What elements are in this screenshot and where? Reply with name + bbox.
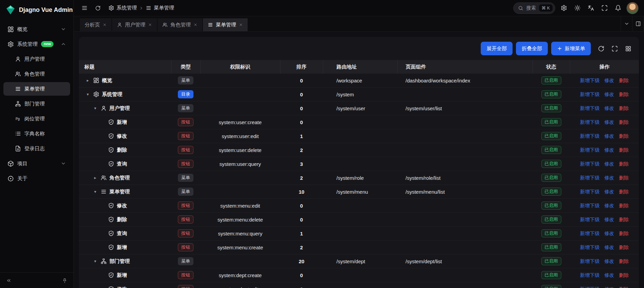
table-columns-button[interactable] — [622, 42, 634, 55]
op-delete[interactable]: 删除 — [619, 203, 629, 208]
column-header-sort[interactable]: 排序 — [280, 60, 323, 74]
breadcrumb-item[interactable]: 菜单管理 — [146, 5, 174, 11]
tree-toggle[interactable]: ▾ — [92, 189, 99, 194]
op-edit[interactable]: 修改 — [604, 105, 614, 111]
op-delete[interactable]: 删除 — [619, 258, 629, 264]
column-header-title[interactable]: 标题 — [79, 60, 171, 74]
op-delete[interactable]: 删除 — [619, 119, 629, 125]
op-edit[interactable]: 修改 — [604, 217, 614, 222]
search-input[interactable]: 搜索 ⌘ K — [513, 2, 555, 14]
sidebar-pin-button[interactable] — [59, 275, 70, 286]
tab-user[interactable]: 用户管理 — [112, 18, 157, 31]
tab-menu[interactable]: 菜单管理 — [203, 18, 248, 31]
fullscreen-button[interactable] — [599, 2, 610, 14]
sidebar-item-system[interactable]: 系统管理new — [3, 37, 70, 51]
table-refresh-button[interactable] — [595, 42, 607, 55]
tree-toggle[interactable]: ▾ — [92, 106, 99, 111]
op-edit[interactable]: 修改 — [604, 133, 614, 139]
op-edit[interactable]: 修改 — [604, 245, 614, 250]
sidebar-toggle-button[interactable] — [79, 2, 90, 14]
tab-close-icon[interactable] — [103, 23, 107, 27]
op-add-child[interactable]: 新增下级 — [580, 175, 600, 180]
op-edit[interactable]: 修改 — [604, 272, 614, 278]
column-header-perm[interactable]: 权限标识 — [200, 60, 280, 74]
tree-toggle[interactable]: ▸ — [84, 78, 91, 83]
op-edit[interactable]: 修改 — [604, 119, 614, 125]
tree-toggle[interactable]: ▾ — [84, 92, 91, 97]
op-add-child[interactable]: 新增下级 — [580, 272, 600, 278]
column-header-status[interactable]: 状态 — [533, 60, 570, 74]
op-add-child[interactable]: 新增下级 — [580, 78, 600, 83]
op-add-child[interactable]: 新增下级 — [580, 286, 600, 288]
op-delete[interactable]: 删除 — [619, 217, 629, 222]
tree-toggle[interactable]: ▾ — [92, 259, 99, 264]
column-header-route[interactable]: 路由地址 — [323, 60, 397, 74]
tab-close-icon[interactable] — [148, 23, 152, 27]
table-fullscreen-button[interactable] — [608, 42, 621, 55]
tab-role[interactable]: 角色管理 — [158, 18, 202, 31]
sidebar-item-project[interactable]: 项目 — [3, 157, 70, 170]
page-refresh-button[interactable] — [92, 2, 104, 14]
settings-button[interactable] — [558, 2, 569, 14]
op-edit[interactable]: 修改 — [604, 189, 614, 194]
op-delete[interactable]: 删除 — [619, 286, 629, 288]
sidebar-item-overview[interactable]: 概览 — [3, 22, 70, 36]
op-edit[interactable]: 修改 — [604, 92, 614, 97]
column-header-type[interactable]: 类型 — [171, 60, 200, 74]
column-header-ops[interactable]: 操作 — [570, 60, 639, 74]
op-delete[interactable]: 删除 — [619, 78, 629, 83]
tab-close-icon[interactable] — [239, 23, 243, 27]
op-delete[interactable]: 删除 — [619, 231, 629, 236]
op-add-child[interactable]: 新增下级 — [580, 189, 600, 194]
language-button[interactable] — [585, 2, 597, 14]
tree-toggle[interactable]: ▸ — [92, 175, 99, 180]
expand-all-button[interactable]: 展开全部 — [481, 42, 513, 55]
tab-dropdown-button[interactable] — [621, 16, 632, 31]
op-add-child[interactable]: 新增下级 — [580, 217, 600, 222]
sidebar-item-menu[interactable]: 菜单管理 — [3, 82, 70, 96]
sidebar-item-role[interactable]: 角色管理 — [3, 67, 70, 81]
op-delete[interactable]: 删除 — [619, 161, 629, 167]
notifications-button[interactable] — [612, 2, 624, 14]
collapse-all-button[interactable]: 折叠全部 — [516, 42, 548, 55]
op-delete[interactable]: 删除 — [619, 175, 629, 180]
op-delete[interactable]: 删除 — [619, 245, 629, 250]
op-delete[interactable]: 删除 — [619, 189, 629, 194]
op-add-child[interactable]: 新增下级 — [580, 147, 600, 153]
sidebar-collapse-button[interactable] — [3, 275, 14, 286]
sidebar-item-dept[interactable]: 部门管理 — [3, 97, 70, 111]
op-edit[interactable]: 修改 — [604, 161, 614, 167]
tab-panel-button[interactable] — [632, 16, 644, 31]
op-add-child[interactable]: 新增下级 — [580, 161, 600, 167]
op-add-child[interactable]: 新增下级 — [580, 203, 600, 208]
op-delete[interactable]: 删除 — [619, 92, 629, 97]
sidebar-item-dict[interactable]: 字典名称 — [3, 127, 70, 140]
op-add-child[interactable]: 新增下级 — [580, 133, 600, 139]
tab-analysis[interactable]: 分析页 — [80, 18, 111, 31]
op-edit[interactable]: 修改 — [604, 258, 614, 264]
op-add-child[interactable]: 新增下级 — [580, 119, 600, 125]
sidebar-item-about[interactable]: 关于 — [3, 172, 70, 185]
op-delete[interactable]: 删除 — [619, 105, 629, 111]
op-add-child[interactable]: 新增下级 — [580, 245, 600, 250]
op-edit[interactable]: 修改 — [604, 175, 614, 180]
sidebar-item-post[interactable]: Pg岗位管理 — [3, 112, 70, 126]
column-header-comp[interactable]: 页面组件 — [397, 60, 533, 74]
user-avatar[interactable] — [626, 2, 639, 14]
tab-close-icon[interactable] — [193, 23, 198, 27]
sidebar-item-log[interactable]: 登录日志 — [3, 142, 70, 155]
op-edit[interactable]: 修改 — [604, 203, 614, 208]
op-edit[interactable]: 修改 — [604, 78, 614, 83]
add-menu-button[interactable]: 新增菜单 — [551, 42, 591, 55]
op-add-child[interactable]: 新增下级 — [580, 258, 600, 264]
op-add-child[interactable]: 新增下级 — [580, 231, 600, 236]
breadcrumb-item[interactable]: 系统管理 — [108, 5, 137, 11]
sidebar-item-user[interactable]: 用户管理 — [3, 52, 70, 66]
op-delete[interactable]: 删除 — [619, 133, 629, 139]
theme-button[interactable] — [572, 2, 583, 14]
op-delete[interactable]: 删除 — [619, 272, 629, 278]
app-logo[interactable]: Djagno Vue Admin — [0, 0, 74, 20]
op-add-child[interactable]: 新增下级 — [580, 105, 600, 111]
op-edit[interactable]: 修改 — [604, 147, 614, 153]
op-delete[interactable]: 删除 — [619, 147, 629, 153]
